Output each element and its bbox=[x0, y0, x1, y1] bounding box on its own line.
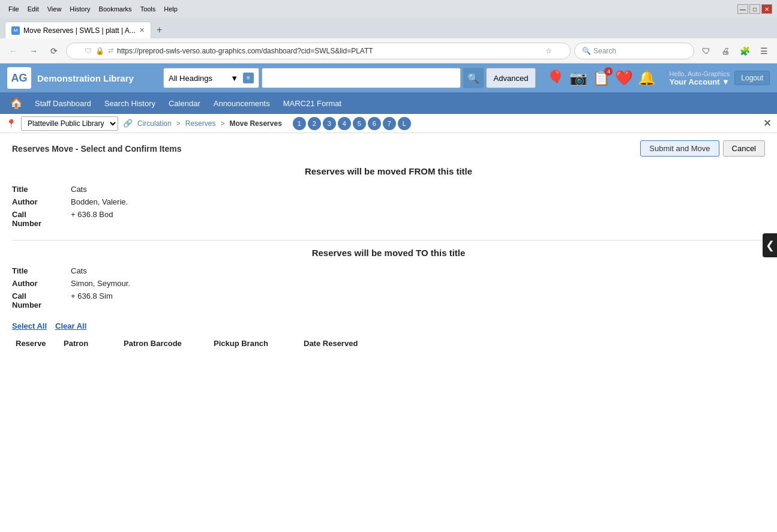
page-num-4[interactable]: 4 bbox=[338, 117, 351, 130]
table-header: Reserve Patron Patron Barcode Pickup Bra… bbox=[12, 336, 765, 350]
close-panel-button[interactable]: ✕ bbox=[763, 118, 771, 129]
location-dropdown[interactable]: Platteville Public Library bbox=[21, 116, 118, 131]
link-icon: 🔗 bbox=[123, 119, 133, 128]
menu-help[interactable]: Help bbox=[160, 4, 181, 14]
cancel-button[interactable]: Cancel bbox=[723, 140, 765, 157]
header-icons: 🎈 📷 📋 4 ❤️ 🔔 bbox=[547, 70, 656, 86]
app-logo: AG bbox=[7, 67, 31, 89]
selection-buttons: Select All Clear All bbox=[12, 321, 765, 330]
to-callnum-value: + 636.8 Sim bbox=[71, 291, 765, 309]
menu-history[interactable]: History bbox=[66, 4, 94, 14]
menu-view[interactable]: View bbox=[44, 4, 65, 14]
col-patron-barcode: Patron Barcode bbox=[120, 336, 210, 350]
star-icon[interactable]: ☆ bbox=[545, 47, 552, 55]
url-bar[interactable]: 🛡 🔒 ⇄ https://preprod-swls-verso.auto-gr… bbox=[66, 43, 571, 59]
submit-and-move-button[interactable]: Submit and Move bbox=[640, 140, 719, 157]
back-button[interactable]: ← bbox=[5, 43, 22, 59]
maximize-button[interactable]: □ bbox=[749, 4, 760, 14]
from-title-value: Cats bbox=[71, 185, 765, 194]
search-input[interactable] bbox=[267, 74, 455, 83]
breadcrumb-circulation[interactable]: Circulation bbox=[137, 119, 172, 128]
breadcrumb-bar: 📍 Platteville Public Library 🔗 Circulati… bbox=[0, 114, 777, 133]
home-icon[interactable]: 🏠 bbox=[5, 94, 28, 112]
to-callnum-label: CallNumber bbox=[12, 291, 66, 309]
tab-close-button[interactable]: ✕ bbox=[139, 26, 145, 34]
nav-search-history[interactable]: Search History bbox=[98, 95, 161, 112]
list-icon[interactable]: 📋 4 bbox=[592, 70, 610, 86]
close-button[interactable]: ✕ bbox=[761, 4, 772, 14]
search-button[interactable]: 🔍 bbox=[463, 68, 484, 88]
forward-button[interactable]: → bbox=[25, 43, 42, 59]
bell-icon[interactable]: 🔔 bbox=[638, 70, 656, 86]
nav-marc21[interactable]: MARC21 Format bbox=[277, 95, 348, 112]
select-all-button[interactable]: Select All bbox=[12, 321, 47, 330]
extension-icon[interactable]: 🧩 bbox=[736, 43, 753, 59]
logout-button[interactable]: Logout bbox=[734, 71, 770, 85]
shield-icon: 🛡 bbox=[85, 47, 92, 55]
app-header: AG Demonstration Library All Headings ▼ … bbox=[0, 64, 777, 92]
col-pickup-branch: Pickup Branch bbox=[210, 336, 300, 350]
menu-tools[interactable]: Tools bbox=[137, 4, 160, 14]
from-author-value: Bodden, Valerie. bbox=[71, 197, 765, 206]
reload-button[interactable]: ⟳ bbox=[46, 43, 62, 59]
user-account-button[interactable]: Your Account ▼ bbox=[669, 77, 730, 86]
nav-calendar[interactable]: Calendar bbox=[163, 95, 206, 112]
app-wrapper: AG Demonstration Library All Headings ▼ … bbox=[0, 64, 777, 532]
search-input-wrap bbox=[262, 68, 461, 88]
search-type-label: All Headings bbox=[169, 74, 212, 83]
menu-edit[interactable]: Edit bbox=[24, 4, 43, 14]
user-area: Hello, Auto-Graphics Your Account ▼ Logo… bbox=[669, 70, 770, 86]
menu-file[interactable]: File bbox=[5, 4, 23, 14]
stack-icon: ≡ bbox=[243, 73, 254, 83]
minimize-button[interactable]: — bbox=[737, 4, 748, 14]
menu-bar[interactable]: File Edit View History Bookmarks Tools H… bbox=[5, 4, 181, 14]
window-controls[interactable]: — □ ✕ bbox=[737, 4, 772, 14]
page-num-l[interactable]: L bbox=[398, 117, 411, 130]
menu-bookmarks[interactable]: Bookmarks bbox=[95, 4, 136, 14]
chevron-down-icon: ▼ bbox=[230, 74, 238, 83]
col-patron: Patron bbox=[60, 336, 120, 350]
menu-icon[interactable]: ☰ bbox=[755, 43, 772, 59]
new-tab-button[interactable]: + bbox=[151, 22, 168, 38]
user-greeting: Hello, Auto-Graphics bbox=[669, 70, 730, 77]
nav-staff-dashboard[interactable]: Staff Dashboard bbox=[29, 95, 97, 112]
from-author-label: Author bbox=[12, 197, 66, 206]
address-bar: ← → ⟳ 🛡 🔒 ⇄ https://preprod-swls-verso.a… bbox=[0, 38, 777, 64]
chevron-down-icon: ▼ bbox=[722, 77, 730, 86]
nav-announcements[interactable]: Announcements bbox=[208, 95, 276, 112]
nav-bar: 🏠 Staff Dashboard Search History Calenda… bbox=[0, 92, 777, 114]
from-title-label: Title bbox=[12, 185, 66, 194]
tab-favicon: M bbox=[11, 26, 20, 35]
route-icon: ⇄ bbox=[108, 47, 113, 55]
location-icon: 📍 bbox=[6, 119, 16, 128]
search-bar-container: All Headings ▼ ≡ 🔍 Advanced bbox=[163, 68, 536, 88]
search-magnifier-icon: 🔍 bbox=[467, 73, 479, 84]
page-num-1[interactable]: 1 bbox=[293, 117, 306, 130]
print-icon[interactable]: 🖨 bbox=[717, 43, 734, 59]
page-num-7[interactable]: 7 bbox=[383, 117, 396, 130]
heart-icon[interactable]: ❤️ bbox=[615, 70, 633, 86]
balloon-icon[interactable]: 🎈 bbox=[547, 70, 565, 86]
page-num-3[interactable]: 3 bbox=[323, 117, 336, 130]
tab-title: Move Reserves | SWLS | platt | A... bbox=[23, 26, 136, 35]
side-panel-toggle[interactable]: ❮ bbox=[763, 233, 777, 257]
search-type-dropdown[interactable]: All Headings ▼ ≡ bbox=[163, 68, 259, 88]
main-content: Reserves Move - Select and Confirm Items… bbox=[0, 133, 777, 357]
action-buttons: Submit and Move Cancel bbox=[640, 140, 765, 157]
title-bar: File Edit View History Bookmarks Tools H… bbox=[0, 0, 777, 18]
breadcrumb-reserves[interactable]: Reserves bbox=[185, 119, 216, 128]
browser-search-input[interactable]: 🔍 Search bbox=[574, 43, 694, 59]
search-icon: 🔍 bbox=[582, 47, 591, 55]
page-num-6[interactable]: 6 bbox=[368, 117, 381, 130]
url-text: https://preprod-swls-verso.auto-graphics… bbox=[117, 47, 542, 55]
clear-all-button[interactable]: Clear All bbox=[55, 321, 86, 330]
user-info: Hello, Auto-Graphics Your Account ▼ bbox=[669, 70, 730, 86]
camera-icon[interactable]: 📷 bbox=[569, 70, 587, 86]
from-callnum-value: + 636.8 Bod bbox=[71, 210, 765, 228]
page-num-5[interactable]: 5 bbox=[353, 117, 366, 130]
addon-icon[interactable]: 🛡 bbox=[698, 43, 715, 59]
page-num-2[interactable]: 2 bbox=[308, 117, 321, 130]
active-tab[interactable]: M Move Reserves | SWLS | platt | A... ✕ bbox=[5, 22, 151, 38]
advanced-search-button[interactable]: Advanced bbox=[486, 68, 536, 88]
app-title: Demonstration Library bbox=[37, 73, 157, 83]
